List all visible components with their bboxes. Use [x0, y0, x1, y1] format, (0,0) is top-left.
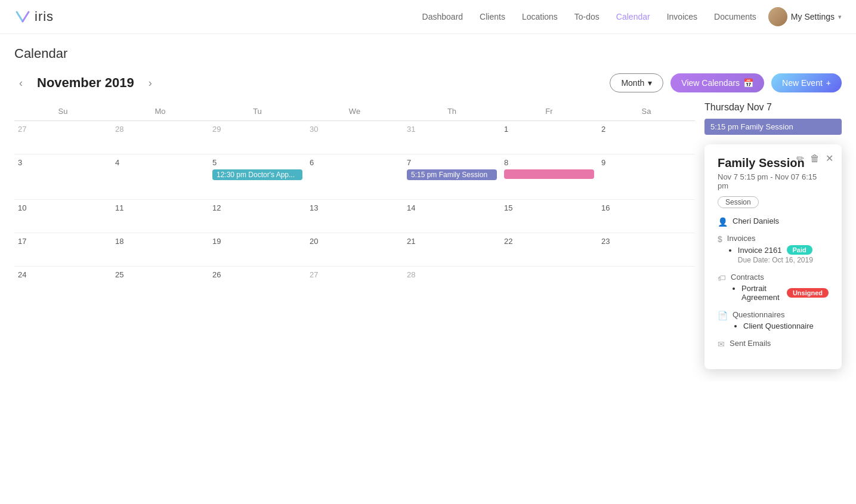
day-cell[interactable]: 27	[306, 267, 403, 300]
delete-icon: 🗑	[810, 153, 820, 163]
day-cell[interactable]: 21	[403, 233, 500, 267]
invoice-name[interactable]: Invoice 2161	[738, 246, 782, 255]
session-tag: Session	[718, 196, 759, 208]
new-event-label: New Event	[782, 78, 823, 88]
day-cell[interactable]: 31	[403, 121, 500, 154]
nav-todos[interactable]: To-dos	[574, 12, 599, 21]
popup-actions: ✏ 🗑 ✕	[796, 153, 833, 164]
client-name: Cheri Daniels	[733, 217, 829, 225]
user-menu[interactable]: My Settings ▾	[768, 7, 842, 26]
day-cell[interactable]: 7 5:15 pm Family Session	[403, 154, 500, 200]
popup-sent-emails-section: ✉ Sent Emails	[718, 339, 829, 350]
delete-event-button[interactable]: 🗑	[810, 153, 820, 164]
day-cell[interactable]: 24	[14, 267, 112, 300]
day-cell[interactable]: 18	[112, 233, 209, 267]
invoice-due-date: Due Date: Oct 16, 2019	[738, 256, 829, 264]
table-row: 10 11 12 13 14 15 16	[14, 200, 695, 233]
event-pill[interactable]: 5:15 pm Family Session	[407, 169, 497, 180]
day-cell[interactable]	[500, 267, 598, 300]
dollar-icon: $	[718, 234, 722, 244]
svg-line-0	[17, 12, 23, 21]
month-dropdown-icon: ▾	[648, 78, 652, 88]
day-cell[interactable]: 8	[500, 154, 598, 200]
sidebar-date: Thursday Nov 7	[704, 102, 842, 113]
list-item: Client Questionnaire	[743, 321, 829, 330]
paid-badge: Paid	[787, 245, 812, 255]
calendar-main: Su Mo Tu We Th Fr Sa 27 28 29	[14, 102, 695, 369]
day-cell[interactable]: 27	[14, 121, 112, 154]
day-cell[interactable]: 28	[403, 267, 500, 300]
day-cell[interactable]: 12	[209, 200, 306, 233]
nav-clients[interactable]: Clients	[480, 12, 505, 21]
popup-time: Nov 7 5:15 pm - Nov 07 6:15 pm	[718, 172, 829, 190]
day-cell[interactable]: 17	[14, 233, 112, 267]
day-cell[interactable]: 29	[209, 121, 306, 154]
nav-invoices[interactable]: Invoices	[667, 12, 697, 21]
email-icon: ✉	[718, 339, 725, 349]
day-cell[interactable]: 16	[598, 200, 695, 233]
day-cell[interactable]: 23	[598, 233, 695, 267]
calendar-layout: Su Mo Tu We Th Fr Sa 27 28 29	[14, 102, 842, 369]
sidebar-event[interactable]: 5:15 pm Family Session	[704, 119, 842, 135]
day-cell[interactable]: 13	[306, 200, 403, 233]
day-cell[interactable]: 10	[14, 200, 112, 233]
day-cell[interactable]: 3	[14, 154, 112, 200]
day-cell[interactable]: 6	[306, 154, 403, 200]
calendar-sidebar: Thursday Nov 7 5:15 pm Family Session ✏ …	[704, 102, 842, 369]
month-view-label: Month	[621, 78, 644, 88]
day-cell[interactable]: 14	[403, 200, 500, 233]
questionnaire-name[interactable]: Client Questionnaire	[743, 321, 814, 330]
month-title: November 2019	[37, 75, 134, 91]
day-cell[interactable]: 15	[500, 200, 598, 233]
day-cell[interactable]: 19	[209, 233, 306, 267]
day-cell[interactable]: 1	[500, 121, 598, 154]
contract-name[interactable]: Portrait Agreement	[741, 284, 782, 302]
header: iris Dashboard Clients Locations To-dos …	[0, 0, 856, 34]
list-item: Invoice 2161 Paid Due Date: Oct 16, 2019	[738, 245, 829, 264]
prev-month-button[interactable]: ‹	[14, 75, 27, 92]
list-item: Portrait Agreement Unsigned	[741, 284, 829, 302]
popup-questionnaires-section: 📄 Questionnaires Client Questionnaire	[718, 310, 829, 332]
calendar-icon: 📅	[743, 78, 753, 88]
questionnaire-icon: 📄	[718, 311, 728, 320]
svg-line-1	[23, 12, 29, 21]
next-month-button[interactable]: ›	[144, 75, 157, 92]
user-name: My Settings	[791, 12, 835, 21]
avatar	[768, 7, 787, 26]
nav-dashboard[interactable]: Dashboard	[422, 12, 463, 21]
nav-calendar[interactable]: Calendar	[616, 12, 650, 21]
day-cell[interactable]: 9	[598, 154, 695, 200]
day-cell[interactable]	[598, 267, 695, 300]
day-cell[interactable]: 11	[112, 200, 209, 233]
day-cell[interactable]: 20	[306, 233, 403, 267]
contracts-list: Portrait Agreement Unsigned	[731, 284, 829, 302]
day-cell[interactable]: 28	[112, 121, 209, 154]
contract-icon: 🏷	[718, 273, 726, 283]
table-row: 17 18 19 20 21 22 23	[14, 233, 695, 267]
day-cell[interactable]: 30	[306, 121, 403, 154]
calendar-grid: Su Mo Tu We Th Fr Sa 27 28 29	[14, 102, 695, 299]
nav-locations[interactable]: Locations	[522, 12, 558, 21]
view-calendars-button[interactable]: View Calendars 📅	[670, 73, 764, 92]
day-cell[interactable]: 2	[598, 121, 695, 154]
contracts-label: Contracts	[731, 273, 829, 282]
day-cell[interactable]: 4	[112, 154, 209, 200]
nav-documents[interactable]: Documents	[714, 12, 756, 21]
calendar-controls-right: Month ▾ View Calendars 📅 New Event +	[610, 73, 842, 92]
day-cell[interactable]: 22	[500, 233, 598, 267]
new-event-button[interactable]: New Event +	[771, 73, 842, 92]
questionnaires-list: Client Questionnaire	[733, 321, 829, 330]
edit-event-button[interactable]: ✏	[796, 153, 804, 164]
day-cell[interactable]: 26	[209, 267, 306, 300]
iris-logo-icon	[14, 8, 31, 25]
invoices-label: Invoices	[727, 234, 829, 243]
month-view-button[interactable]: Month ▾	[610, 73, 663, 92]
event-popup: ✏ 🗑 ✕ Family Session Nov 7 5:15 pm - Nov…	[704, 144, 842, 369]
day-cell[interactable]: 5 12:30 pm Doctor's App...	[209, 154, 306, 200]
close-popup-button[interactable]: ✕	[826, 153, 833, 164]
user-menu-arrow: ▾	[838, 13, 842, 21]
col-th: Th	[403, 102, 500, 121]
day-cell[interactable]: 25	[112, 267, 209, 300]
event-pill[interactable]	[504, 169, 594, 179]
event-pill[interactable]: 12:30 pm Doctor's App...	[212, 169, 302, 180]
